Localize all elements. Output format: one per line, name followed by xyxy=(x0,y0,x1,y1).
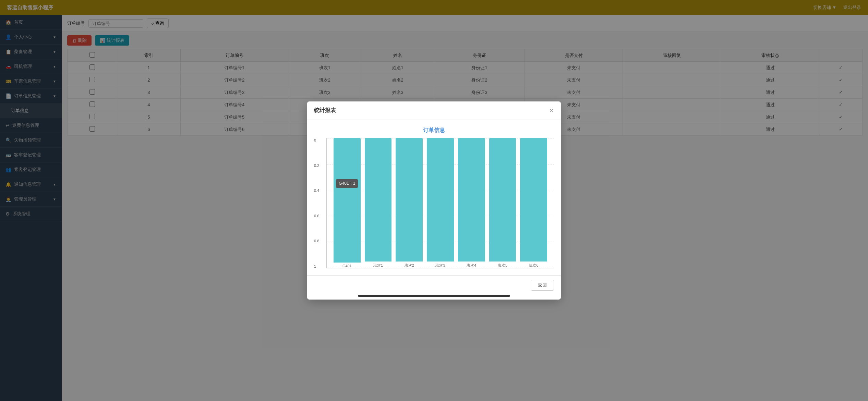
modal-body: 订单信息 1 0.8 0.6 0.4 0.2 0 xyxy=(307,120,561,275)
bar-group: 班次4 xyxy=(458,138,485,268)
bar-group: 班次1 xyxy=(365,138,392,268)
back-button[interactable]: 返回 xyxy=(531,280,554,291)
chart-title: 订单信息 xyxy=(314,127,554,134)
bar-group: 班次3 xyxy=(427,138,454,268)
y-label-4: 0.8 xyxy=(314,239,324,243)
chart-bar[interactable] xyxy=(489,138,516,262)
bar-label: 班次5 xyxy=(498,263,507,268)
bar-label: 班次3 xyxy=(435,263,445,268)
chart-plot: G401：1G401班次1班次2班次3班次4班次5班次6 xyxy=(326,138,554,268)
bar-group: 班次5 xyxy=(489,138,516,268)
y-label-3: 0.6 xyxy=(314,214,324,218)
chart-bar[interactable] xyxy=(520,138,547,262)
bar-label: 班次1 xyxy=(373,263,383,268)
chart-area: 订单信息 1 0.8 0.6 0.4 0.2 0 xyxy=(314,127,554,268)
bar-group: G401：1G401 xyxy=(334,138,361,268)
stats-modal: 统计报表 ✕ 订单信息 1 0.8 0.6 0.4 0.2 0 xyxy=(307,101,561,300)
bar-label: 班次6 xyxy=(529,263,539,268)
bar-group: 班次6 xyxy=(520,138,547,268)
chart-bar[interactable] xyxy=(427,138,454,262)
bar-label: G401 xyxy=(342,264,352,268)
y-label-2: 0.4 xyxy=(314,189,324,193)
chart-bar[interactable] xyxy=(396,138,423,262)
chart-bar[interactable]: G401：1 xyxy=(334,138,361,263)
bar-label: 班次2 xyxy=(405,263,414,268)
chart-wrapper: 1 0.8 0.6 0.4 0.2 0 xyxy=(314,138,554,268)
y-label-1: 0.2 xyxy=(314,163,324,168)
modal-header: 统计报表 ✕ xyxy=(307,101,561,120)
bar-tooltip: G401：1 xyxy=(336,179,358,188)
modal-footer: 返回 xyxy=(307,275,561,295)
modal-title: 统计报表 xyxy=(314,107,336,114)
bar-group: 班次2 xyxy=(396,138,423,268)
y-label-5: 1 xyxy=(314,264,324,268)
close-button[interactable]: ✕ xyxy=(549,108,554,114)
y-label-0: 0 xyxy=(314,138,324,142)
scroll-indicator xyxy=(358,295,510,297)
chart-bar[interactable] xyxy=(365,138,392,262)
modal-overlay[interactable]: 统计报表 ✕ 订单信息 1 0.8 0.6 0.4 0.2 0 xyxy=(0,0,868,401)
bar-label: 班次4 xyxy=(467,263,476,268)
chart-bar[interactable] xyxy=(458,138,485,262)
y-axis: 1 0.8 0.6 0.4 0.2 0 xyxy=(314,138,326,268)
